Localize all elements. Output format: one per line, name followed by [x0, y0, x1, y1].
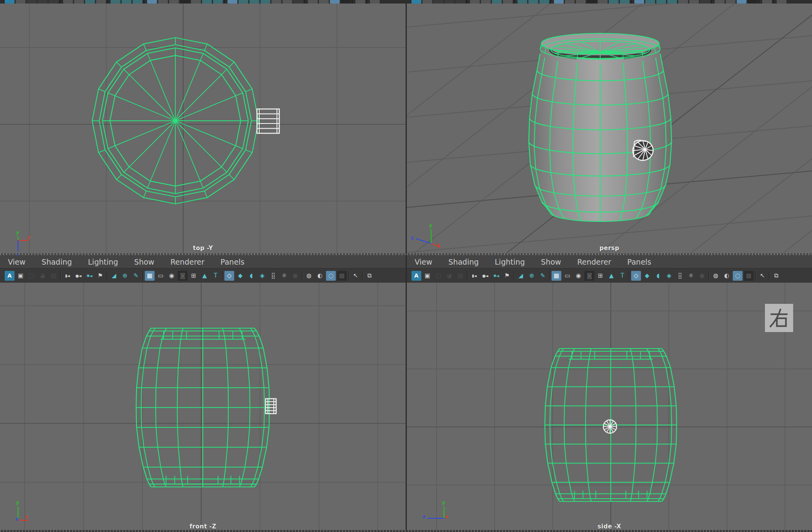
chart-image-icon[interactable]: ▤	[49, 271, 58, 281]
resolution-gate-icon[interactable]: ◉	[573, 271, 583, 281]
chart-image-icon[interactable]: ▤	[455, 271, 465, 281]
top-view-canvas[interactable]	[0, 4, 406, 255]
pie-sphere-icon[interactable]: ◕	[444, 271, 454, 281]
anti-alias-spheres-icon[interactable]: ◐	[722, 271, 732, 281]
grease-pencil-icon[interactable]: ✎	[538, 271, 548, 281]
textured-cube-icon[interactable]: ◈	[257, 271, 267, 281]
frame-icon[interactable]: ▣	[422, 271, 432, 281]
select-cursor-icon[interactable]: ↖	[757, 271, 767, 281]
bookmark-icon[interactable]: ⚑	[95, 271, 105, 281]
bung-cylinder[interactable]	[266, 399, 276, 414]
use-all-lights-icon[interactable]: ⣿	[675, 271, 685, 281]
camera-gear-icon[interactable]: ✱◄	[491, 271, 501, 281]
menu-renderer-front[interactable]: Renderer	[162, 258, 213, 266]
camera-icon[interactable]: ▮◄	[62, 271, 72, 281]
cropped-icon-fragment	[656, 0, 666, 4]
letter-a-icon[interactable]: A	[411, 271, 421, 281]
shadows-icon[interactable]: ☼	[279, 271, 289, 281]
ao-icon[interactable]: ●	[290, 271, 300, 281]
xray-icon[interactable]: ▩	[744, 271, 754, 281]
menu-lighting-side[interactable]: Lighting	[487, 258, 533, 266]
viewport-front[interactable]: front -Zyxz	[0, 283, 406, 530]
menu-panels-front[interactable]: Panels	[213, 258, 253, 266]
safe-action-icon[interactable]: ▲	[606, 271, 616, 281]
cropped-icon-fragment	[249, 0, 259, 4]
film-gate-icon[interactable]: ▭	[156, 271, 166, 281]
cropped-icon-fragment	[370, 0, 380, 4]
rounded-square-icon[interactable]: ▢	[433, 271, 443, 281]
camera-gear-icon[interactable]: ✱◄	[84, 271, 94, 281]
menu-shading-side[interactable]: Shading	[441, 258, 487, 266]
viewport-persp[interactable]: perspyzx	[407, 4, 812, 255]
toolbar-separator	[60, 271, 61, 280]
wireframe-cube-icon[interactable]: ◇	[224, 271, 234, 281]
field-chart-icon[interactable]: ⊞	[595, 271, 605, 281]
isolate-select-icon[interactable]: ◌	[326, 271, 336, 281]
barrel-wireframe[interactable]	[136, 328, 269, 487]
gate-mask-icon[interactable]: ◙	[584, 271, 594, 281]
xray-icon[interactable]: ▩	[337, 271, 347, 281]
resolution-gate-icon[interactable]: ◉	[167, 271, 177, 281]
panels-stack-icon[interactable]: ⧉	[771, 271, 781, 281]
panel-bars-row: ViewShadingLightingShowRendererPanelsA▣▢…	[0, 255, 812, 283]
side-view-canvas[interactable]	[407, 283, 812, 530]
grid-icon[interactable]: ▦	[552, 271, 561, 281]
field-chart-icon[interactable]: ⊞	[189, 271, 198, 281]
menu-view-side[interactable]: View	[407, 258, 441, 266]
camera-icon[interactable]: ▮◄	[469, 271, 479, 281]
pan-zoom-icon[interactable]: ⊕	[527, 271, 537, 281]
menu-panels-side[interactable]: Panels	[619, 258, 659, 266]
menu-view-front[interactable]: View	[0, 258, 34, 266]
rounded-square-icon[interactable]: ▢	[27, 271, 36, 281]
gate-mask-icon[interactable]: ◙	[178, 271, 188, 281]
pan-zoom-icon[interactable]: ⊕	[120, 271, 130, 281]
menu-shading-front[interactable]: Shading	[34, 258, 80, 266]
cropped-icon-fragment	[49, 0, 58, 4]
wireframe-cube-icon[interactable]: ◇	[631, 271, 641, 281]
frame-icon[interactable]: ▣	[16, 271, 25, 281]
textured-cube-icon[interactable]: ◈	[664, 271, 674, 281]
cropped-icon-fragment	[667, 0, 677, 4]
isolate-select-icon[interactable]: ◌	[733, 271, 743, 281]
wireframe-on-shaded-icon[interactable]: ◖	[246, 271, 256, 281]
menu-lighting-front[interactable]: Lighting	[80, 258, 126, 266]
shaded-cube-icon[interactable]: ◆	[235, 271, 245, 281]
shaded-cube-icon[interactable]: ◆	[642, 271, 652, 281]
persp-view-canvas[interactable]	[407, 4, 812, 255]
motion-blur-icon[interactable]: ◍	[711, 271, 721, 281]
bookmark-icon[interactable]: ⚑	[502, 271, 512, 281]
toolbar-separator	[348, 271, 350, 280]
viewport-side[interactable]: side -Xyzx	[407, 283, 812, 530]
viewport-top[interactable]: top -Yyxz	[0, 4, 406, 255]
menu-show-front[interactable]: Show	[126, 258, 162, 266]
use-all-lights-icon[interactable]: ⣿	[268, 271, 278, 281]
barrel-top-wireframe[interactable]	[92, 38, 259, 204]
cropped-icon-fragment	[96, 0, 106, 4]
motion-blur-icon[interactable]: ◍	[304, 271, 314, 281]
camera-lock-icon[interactable]: ●◄	[480, 271, 490, 281]
image-plane-icon[interactable]: ◢	[109, 271, 119, 281]
wireframe-on-shaded-icon[interactable]: ◖	[653, 271, 663, 281]
kanji-right-glyph	[768, 307, 790, 329]
safe-action-icon[interactable]: ▲	[200, 271, 209, 281]
select-cursor-icon[interactable]: ↖	[351, 271, 360, 281]
safe-title-icon[interactable]: T	[617, 271, 627, 281]
menu-renderer-side[interactable]: Renderer	[569, 258, 619, 266]
shadows-icon[interactable]: ☼	[686, 271, 696, 281]
anti-alias-spheres-icon[interactable]: ◐	[315, 271, 325, 281]
ao-icon[interactable]: ●	[697, 271, 707, 281]
camera-lock-icon[interactable]: ●◄	[73, 271, 83, 281]
letter-a-icon[interactable]: A	[5, 271, 15, 281]
film-gate-icon[interactable]: ▭	[563, 271, 572, 281]
image-plane-icon[interactable]: ◢	[516, 271, 526, 281]
front-view-canvas[interactable]	[0, 283, 406, 530]
safe-title-icon[interactable]: T	[211, 271, 220, 281]
menu-show-side[interactable]: Show	[533, 258, 569, 266]
grid-icon[interactable]: ▦	[145, 271, 155, 281]
grease-pencil-icon[interactable]: ✎	[131, 271, 141, 281]
pie-sphere-icon[interactable]: ◕	[38, 271, 47, 281]
bung-cylinder[interactable]	[603, 420, 617, 433]
toolbar-separator	[222, 271, 223, 280]
cropped-icon-fragment	[565, 0, 575, 4]
panels-stack-icon[interactable]: ⧉	[364, 271, 374, 281]
